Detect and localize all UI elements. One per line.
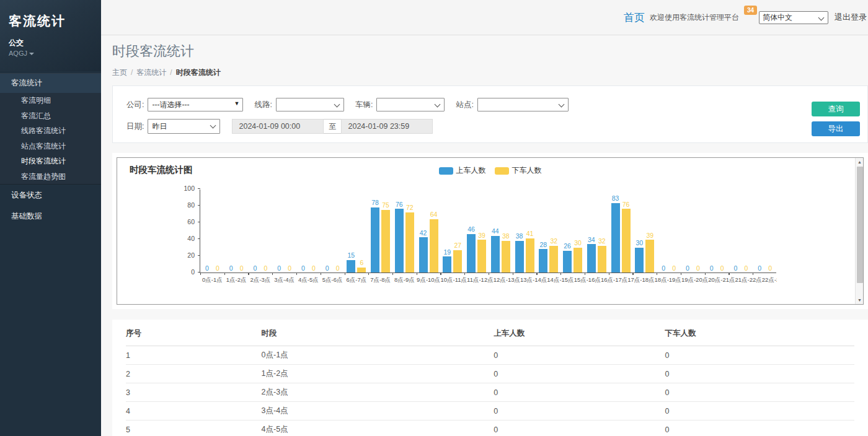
bar-上车人数 <box>347 260 355 272</box>
table-cell: 0 <box>665 346 854 365</box>
sidebar-section-客流统计[interactable]: 客流统计 <box>0 74 101 93</box>
query-button[interactable]: 查询 <box>812 102 860 116</box>
bar-group-10点-11点: 1927 <box>441 190 465 272</box>
page-head: 时段客流统计 主页/客流统计/时段客流统计 <box>101 35 868 85</box>
logout-link[interactable]: 退出登录 <box>835 12 867 23</box>
bar-group-11点-12点: 4639 <box>464 190 489 272</box>
bar-value-label: 38 <box>516 233 523 240</box>
breadcrumb-item[interactable]: 客流统计 <box>136 68 166 77</box>
date-end-input[interactable] <box>341 119 433 134</box>
company-select-wrap: ---请选择--- <box>148 98 243 111</box>
bar-group-21点-22点: 00 <box>705 190 729 272</box>
bar-上车人数 <box>371 207 379 272</box>
breadcrumb-item[interactable]: 主页 <box>112 68 127 77</box>
bar-group-4点-5点: 00 <box>296 190 321 272</box>
line-select-wrap <box>276 98 344 111</box>
bar-value-label: 0 <box>710 265 714 272</box>
bar-value-label: 32 <box>598 238 606 245</box>
sidebar-section-设备状态[interactable]: 设备状态 <box>0 185 101 206</box>
x-axis-label: 4点-5点 <box>298 276 319 284</box>
y-axis-label: 20 <box>176 251 195 259</box>
bar-value-label: 0 <box>288 265 291 272</box>
bar-value-label: 46 <box>467 226 475 233</box>
table-cell: 3 <box>126 383 262 402</box>
table-row: 21点-2点00 <box>126 365 854 383</box>
bar-group-22点-23点: 00 <box>729 190 753 272</box>
table-cell: 1点-2点 <box>262 365 494 383</box>
x-axis-label: 16点-17点 <box>601 276 627 284</box>
bar-下车人数 <box>357 268 366 272</box>
table-row: 32点-3点00 <box>126 383 854 402</box>
notification-badge[interactable]: 34 <box>744 6 757 15</box>
bar-上车人数 <box>635 248 644 273</box>
bar-value-label: 42 <box>420 230 427 237</box>
date-preset-select[interactable]: 昨日 <box>148 119 220 134</box>
language-select-wrap: 简体中文 <box>759 11 828 24</box>
sidebar-item-客流明细[interactable]: 客流明细 <box>0 93 101 108</box>
bar-上车人数 <box>443 256 451 272</box>
bar-value-label: 0 <box>229 265 233 272</box>
filter-panel: 公司: ---请选择--- 线路: 车辆: 站点: <box>112 85 868 143</box>
breadcrumb: 主页/客流统计/时段客流统计 <box>112 68 857 85</box>
vehicle-label: 车辆: <box>355 100 373 110</box>
legend-item-上车人数[interactable]: 上车人数 <box>439 165 486 176</box>
y-axis-label: 80 <box>176 201 195 209</box>
x-axis-label: 12点-13点 <box>494 276 520 284</box>
export-button[interactable]: 导出 <box>812 121 860 136</box>
home-link[interactable]: 首页 <box>624 11 645 25</box>
x-axis-label: 2点-3点 <box>250 276 271 284</box>
bar-group-14点-15点: 2832 <box>537 190 561 272</box>
sidebar-section-基础数据[interactable]: 基础数据 <box>0 206 101 227</box>
sidebar-item-时段客流统计[interactable]: 时段客流统计 <box>0 154 101 169</box>
bar-下车人数 <box>549 246 558 272</box>
company-select[interactable]: ---请选择--- <box>148 98 243 111</box>
x-axis-label: 17点-18点 <box>627 276 654 284</box>
chart-scrollbar[interactable]: ▲ ▼ <box>855 158 863 304</box>
station-select[interactable] <box>477 98 569 111</box>
bar-value-label: 38 <box>502 233 510 240</box>
main-area: 首页 欢迎使用客流统计管理平台 34 简体中文 退出登录 时段客流统计 主页/客… <box>101 0 868 436</box>
language-select[interactable]: 简体中文 <box>759 11 828 24</box>
org-code-dropdown[interactable]: AQGJ <box>9 50 92 57</box>
table-row: 10点-1点00 <box>126 346 854 365</box>
bar-value-label: 0 <box>216 265 219 272</box>
chevron-down-icon <box>29 53 34 55</box>
bar-value-label: 0 <box>744 265 748 272</box>
chart-legend: 上车人数下车人数 <box>439 165 542 176</box>
line-select[interactable] <box>276 98 344 111</box>
sidebar-item-客流量趋势图[interactable]: 客流量趋势图 <box>0 169 101 185</box>
sidebar-item-客流汇总[interactable]: 客流汇总 <box>0 108 101 124</box>
scroll-up-icon[interactable]: ▲ <box>856 158 864 166</box>
x-axis-label: 19点-20点 <box>681 276 708 284</box>
bar-上车人数 <box>419 237 428 272</box>
scroll-down-icon[interactable]: ▼ <box>856 296 864 304</box>
x-axis-label: 14点-15点 <box>547 276 574 284</box>
bar-value-label: 0 <box>253 265 257 272</box>
bar-value-label: 39 <box>478 232 485 239</box>
bar-value-label: 83 <box>612 195 619 202</box>
scrollbar-thumb[interactable] <box>857 167 863 283</box>
sidebar-item-站点客流统计[interactable]: 站点客流统计 <box>0 139 101 154</box>
legend-item-下车人数[interactable]: 下车人数 <box>495 165 542 176</box>
x-axis-ticks <box>200 272 776 275</box>
bar-value-label: 0 <box>264 265 267 272</box>
sidebar-item-线路客流统计[interactable]: 线路客流统计 <box>0 123 101 139</box>
bar-group-15点-16点: 2630 <box>560 190 585 272</box>
bar-value-label: 0 <box>301 265 305 272</box>
bar-下车人数 <box>574 248 582 273</box>
table-cell: 0点-1点 <box>262 346 494 365</box>
date-start-input[interactable] <box>232 119 324 134</box>
vehicle-select[interactable] <box>376 98 445 111</box>
x-axis-label: 3点-4点 <box>274 276 294 284</box>
bar-group-1点-2点: 00 <box>224 190 249 272</box>
bar-value-label: 76 <box>622 201 630 208</box>
y-axis-tick <box>198 188 200 189</box>
filter-row-2: 日期: 昨日 至 <box>126 119 867 134</box>
bar-上车人数 <box>515 241 524 272</box>
table-cell: 0 <box>494 346 665 365</box>
date-to-label: 至 <box>324 119 341 134</box>
bar-group-23点-24点: 00 <box>753 190 777 272</box>
x-axis-label: 11点-12点 <box>467 276 494 284</box>
bar-上车人数 <box>587 244 596 272</box>
bar-value-label: 6 <box>360 259 363 266</box>
